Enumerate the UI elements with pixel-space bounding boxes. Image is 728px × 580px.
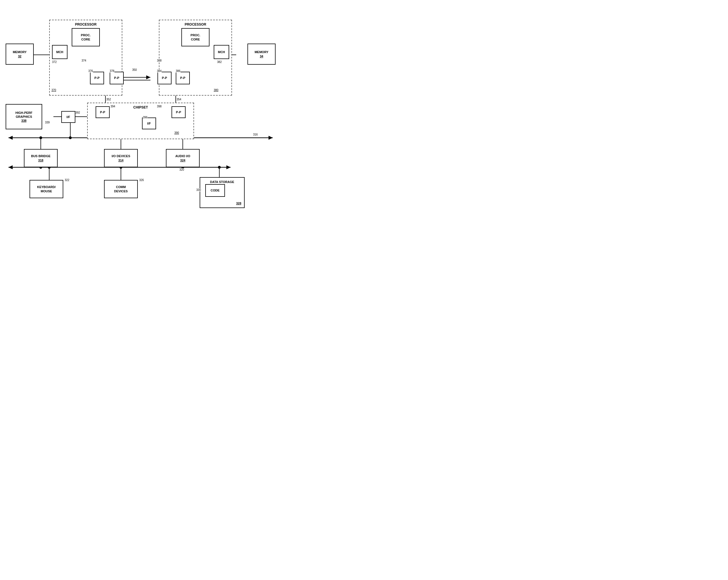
highperf-graphics-box: HIGH-PERFGRAPHICS 338 bbox=[6, 104, 42, 129]
svg-marker-1 bbox=[8, 136, 12, 140]
audio-label: AUDIO I/O bbox=[175, 154, 190, 158]
ref-374: 374 bbox=[81, 59, 86, 62]
svg-marker-4 bbox=[8, 165, 12, 169]
ref-350: 350 bbox=[132, 68, 137, 72]
memory-32-ref: 32 bbox=[18, 54, 21, 58]
if-396-box: I/F bbox=[142, 117, 156, 129]
bus-bridge-ref: 318 bbox=[38, 158, 43, 162]
proc-core-380-box: PROC.CORE bbox=[181, 28, 209, 46]
svg-point-19 bbox=[69, 136, 72, 139]
comm-devices-label: COMMDEVICES bbox=[114, 185, 128, 193]
pp-384-box: P-P bbox=[157, 72, 172, 84]
ref-378: 378 bbox=[110, 70, 114, 73]
ref-326: 326 bbox=[139, 179, 144, 182]
if-392-box: I/F bbox=[61, 111, 75, 123]
pp-376-label: P-P bbox=[95, 76, 100, 80]
ref-384: 384 bbox=[157, 70, 162, 73]
pp-398-label: P-P bbox=[176, 110, 181, 114]
pp-398-box: P-P bbox=[172, 106, 186, 118]
memory-34-box: MEMORY 34 bbox=[248, 44, 276, 65]
code-box: CODE bbox=[205, 184, 225, 197]
mch-382-box: MCH bbox=[214, 45, 229, 59]
pp-386-box: P-P bbox=[176, 72, 190, 84]
data-storage-ref: 328 bbox=[236, 201, 241, 205]
svg-marker-5 bbox=[226, 165, 231, 169]
pp-384-label: P-P bbox=[162, 76, 167, 80]
ref-386: 386 bbox=[176, 70, 181, 73]
ref-322: 322 bbox=[65, 179, 70, 182]
pp-378-box: P-P bbox=[110, 72, 124, 84]
svg-marker-7 bbox=[146, 75, 151, 79]
audio-io-box: AUDIO I/O 324 bbox=[166, 149, 200, 167]
memory-32-label: MEMORY bbox=[12, 50, 26, 54]
memory-34-label: MEMORY bbox=[255, 50, 268, 54]
proc-core-380-label: PROC.CORE bbox=[191, 33, 201, 41]
ref-388: 388 bbox=[157, 59, 162, 62]
memory-32-box: MEMORY 32 bbox=[6, 44, 34, 65]
ref-352: 352 bbox=[106, 98, 111, 101]
ref-339: 339 bbox=[45, 121, 50, 124]
mch-372-box: MCH bbox=[52, 45, 68, 59]
pp-378-label: P-P bbox=[114, 76, 119, 80]
processor-370-title: PROCESSOR bbox=[75, 23, 97, 27]
chipset-label: CHIPSET bbox=[133, 105, 148, 110]
bus-bridge-box: BUS BRIDGE 318 bbox=[24, 149, 58, 167]
svg-marker-2 bbox=[268, 136, 273, 140]
ref-390: 390 bbox=[174, 131, 179, 134]
keyboard-label: KEYBOARD/MOUSE bbox=[37, 185, 56, 193]
ref-372: 372 bbox=[52, 60, 57, 63]
proc-core-370-box: PROC.CORE bbox=[72, 28, 100, 46]
pp-386-label: P-P bbox=[180, 76, 185, 80]
pp-394-label: P-P bbox=[100, 110, 105, 114]
if-392-label: I/F bbox=[67, 115, 70, 119]
svg-point-37 bbox=[218, 166, 221, 169]
ref-394: 394 bbox=[110, 105, 115, 108]
svg-point-23 bbox=[40, 136, 42, 139]
ref-382: 382 bbox=[217, 60, 222, 63]
ref-376: 376 bbox=[88, 70, 93, 73]
mch-382-label: MCH bbox=[218, 50, 225, 54]
ref-396: 396 bbox=[143, 116, 148, 119]
io-devices-box: I/O DEVICES 314 bbox=[104, 149, 138, 167]
proc-core-370-label: PROC.CORE bbox=[81, 33, 91, 41]
bus-bridge-label: BUS BRIDGE bbox=[31, 154, 50, 158]
ref-320: 320 bbox=[179, 168, 184, 171]
ref-370: 370 bbox=[51, 88, 56, 91]
memory-34-ref: 34 bbox=[260, 54, 263, 58]
pp-394-box: P-P bbox=[96, 106, 110, 118]
ref-398: 398 bbox=[157, 105, 162, 108]
io-devices-label: I/O DEVICES bbox=[112, 154, 130, 158]
ref-316: 316 bbox=[253, 133, 258, 136]
highperf-label: HIGH-PERFGRAPHICS bbox=[16, 111, 33, 119]
processor-380-title: PROCESSOR bbox=[185, 23, 206, 27]
ref-392: 392 bbox=[75, 111, 80, 114]
architecture-diagram: MEMORY 32 MEMORY 34 PROCESSOR PROCESSOR … bbox=[0, 0, 281, 225]
audio-ref: 324 bbox=[180, 158, 185, 162]
ref-354: 354 bbox=[177, 98, 181, 101]
code-label: CODE bbox=[211, 188, 219, 192]
mch-372-label: MCH bbox=[56, 50, 63, 54]
data-storage-label: DATA STORAGE bbox=[210, 180, 234, 184]
pp-376-box: P-P bbox=[90, 72, 104, 84]
io-devices-ref: 314 bbox=[119, 158, 124, 162]
keyboard-box: KEYBOARD/MOUSE bbox=[29, 180, 63, 198]
if-396-label: I/F bbox=[147, 122, 151, 125]
ref-330: 330 bbox=[196, 188, 201, 191]
comm-devices-box: COMMDEVICES bbox=[104, 180, 138, 198]
ref-380: 380 bbox=[214, 88, 218, 91]
highperf-ref: 338 bbox=[21, 118, 26, 123]
